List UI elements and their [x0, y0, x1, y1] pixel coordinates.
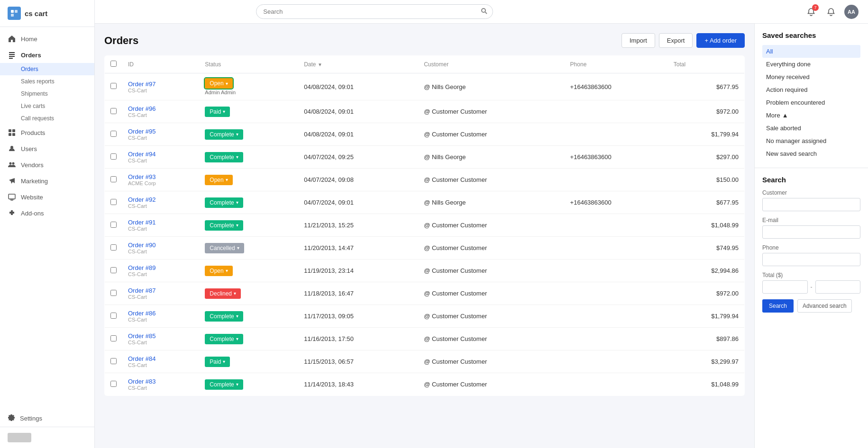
sidebar-item-products[interactable]: Products [0, 125, 94, 141]
order-id[interactable]: Order #93 [128, 173, 193, 180]
row-checkbox[interactable] [110, 199, 117, 205]
avatar[interactable]: AA [844, 5, 859, 19]
select-all-checkbox[interactable] [110, 61, 117, 67]
row-checkbox[interactable] [110, 358, 117, 364]
row-checkbox[interactable] [110, 153, 117, 160]
sidebar-item-home[interactable]: Home [0, 31, 94, 47]
sidebar-item-live-carts[interactable]: Live carts [0, 100, 94, 112]
order-store: CS-Cart [128, 294, 193, 300]
row-checkbox[interactable] [110, 83, 117, 89]
saved-search-item[interactable]: Everything done [762, 58, 860, 71]
import-button[interactable]: Import [621, 33, 655, 48]
status-badge[interactable]: Complete ▾ [205, 129, 243, 140]
row-checkbox[interactable] [110, 290, 117, 296]
order-id[interactable]: Order #97 [128, 81, 193, 88]
sidebar-item-call-requests[interactable]: Call requests [0, 112, 94, 125]
status-badge[interactable]: Paid ▾ [205, 357, 230, 367]
status-badge[interactable]: Complete ▾ [205, 334, 243, 344]
order-store: CS-Cart [128, 158, 193, 163]
total-max-input[interactable] [815, 280, 861, 294]
saved-search-item[interactable]: New saved search [762, 147, 860, 160]
sidebar-item-vendors[interactable]: Vendors [0, 157, 94, 173]
sidebar-item-marketing[interactable]: Marketing [0, 173, 94, 189]
order-id[interactable]: Order #85 [128, 332, 193, 340]
sidebar-item-orders[interactable]: Orders [0, 47, 94, 63]
status-badge[interactable]: Complete ▾ [205, 197, 243, 208]
order-phone [565, 282, 668, 305]
order-id[interactable]: Order #86 [128, 310, 193, 317]
status-dropdown-arrow: ▾ [236, 154, 238, 160]
order-id[interactable]: Order #90 [128, 242, 193, 249]
status-badge[interactable]: Cancelled ▾ [205, 243, 244, 253]
status-badge[interactable]: Complete ▾ [205, 379, 243, 390]
row-checkbox[interactable] [110, 222, 117, 228]
sidebar-item-users[interactable]: Users [0, 141, 94, 157]
status-dropdown-arrow: ▾ [226, 81, 228, 86]
order-id[interactable]: Order #96 [128, 105, 193, 112]
status-badge[interactable]: Complete ▾ [205, 311, 243, 322]
order-id[interactable]: Order #91 [128, 219, 193, 226]
notifications-button[interactable]: 7 [804, 5, 818, 18]
row-checkbox[interactable] [110, 108, 117, 114]
saved-search-item[interactable]: Money received [762, 71, 860, 83]
bell-button[interactable] [824, 5, 838, 18]
sidebar-item-addons[interactable]: Add-ons [0, 205, 94, 221]
email-input[interactable] [762, 225, 860, 239]
home-icon [8, 35, 16, 43]
col-date[interactable]: Date ▼ [298, 56, 418, 73]
sidebar-item-sales-reports[interactable]: Sales reports [0, 75, 94, 88]
table-row: Order #92 CS-Cart Complete ▾ 04/07/2024,… [105, 191, 745, 214]
status-badge[interactable]: Complete ▾ [205, 152, 243, 162]
status-badge[interactable]: Open ▾ [205, 78, 232, 89]
order-total: $1,799.94 [668, 123, 745, 146]
order-id[interactable]: Order #89 [128, 264, 193, 271]
saved-search-label: No manager assigned [766, 137, 826, 144]
order-date: 04/08/2024, 09:01 [298, 123, 418, 146]
order-store: CS-Cart [128, 249, 193, 254]
order-id[interactable]: Order #83 [128, 378, 193, 385]
saved-search-item[interactable]: Sale aborted [762, 122, 860, 134]
saved-searches-section: Saved searches AllEverything doneMoney r… [755, 24, 868, 168]
saved-search-item[interactable]: Problem encountered [762, 96, 860, 109]
status-badge[interactable]: Open ▾ [205, 175, 232, 185]
add-order-button[interactable]: + Add order [696, 33, 745, 48]
order-customer: @ Customer Customer [418, 237, 564, 260]
content-area: Orders Import Export + Add order ID Stat… [95, 24, 868, 448]
order-id[interactable]: Order #84 [128, 355, 193, 362]
order-store: CS-Cart [128, 362, 193, 368]
status-badge[interactable]: Paid ▾ [205, 107, 230, 117]
phone-input[interactable] [762, 253, 860, 266]
saved-search-item[interactable]: Action required [762, 83, 860, 96]
row-checkbox[interactable] [110, 381, 117, 387]
sidebar-item-settings[interactable]: Settings [0, 410, 94, 427]
total-min-input[interactable] [762, 280, 808, 294]
advanced-search-button[interactable]: Advanced search [797, 299, 852, 313]
order-id[interactable]: Order #87 [128, 287, 193, 294]
search-button[interactable]: Search [762, 299, 794, 313]
customer-label: Customer [762, 189, 860, 196]
saved-search-item[interactable]: More▲ [762, 109, 860, 122]
sidebar-item-website[interactable]: Website [0, 189, 94, 205]
status-badge[interactable]: Declined ▾ [205, 288, 241, 299]
row-checkbox[interactable] [110, 313, 117, 319]
status-badge[interactable]: Open ▾ [205, 266, 232, 276]
saved-search-item[interactable]: All [762, 45, 860, 58]
order-customer: @ Customer Customer [418, 373, 564, 396]
saved-search-item[interactable]: No manager assigned [762, 134, 860, 147]
row-checkbox[interactable] [110, 335, 117, 341]
search-input[interactable] [256, 4, 493, 19]
sidebar-item-orders-list[interactable]: Orders [0, 63, 94, 75]
customer-input[interactable] [762, 198, 860, 211]
order-id[interactable]: Order #92 [128, 196, 193, 203]
row-checkbox[interactable] [110, 267, 117, 273]
status-dropdown-arrow: ▾ [223, 359, 225, 364]
row-checkbox[interactable] [110, 176, 117, 182]
row-checkbox[interactable] [110, 244, 117, 251]
status-badge[interactable]: Complete ▾ [205, 220, 243, 231]
row-checkbox[interactable] [110, 131, 117, 137]
order-id[interactable]: Order #95 [128, 128, 193, 135]
table-row: Order #91 CS-Cart Complete ▾ 11/21/2013,… [105, 214, 745, 237]
export-button[interactable]: Export [659, 33, 693, 48]
sidebar-item-shipments[interactable]: Shipments [0, 88, 94, 100]
order-id[interactable]: Order #94 [128, 151, 193, 158]
